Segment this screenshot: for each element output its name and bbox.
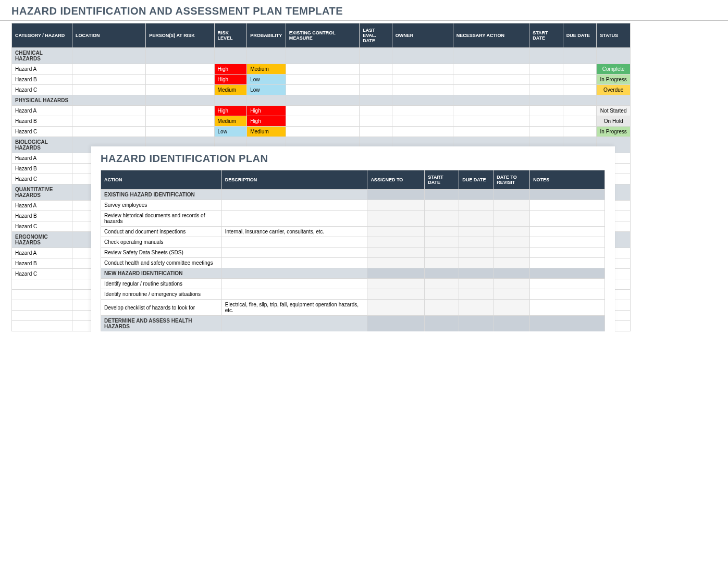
- cell[interactable]: [367, 237, 425, 248]
- cell[interactable]: Low: [214, 127, 247, 137]
- cell[interactable]: ERGONOMIC HAZARDS: [12, 232, 72, 248]
- cell[interactable]: [530, 248, 605, 258]
- cell[interactable]: Hazard C: [12, 221, 72, 232]
- cell[interactable]: High: [247, 116, 286, 127]
- cell[interactable]: Hazard A: [12, 201, 72, 211]
- cell[interactable]: [360, 95, 392, 106]
- cell[interactable]: [529, 75, 563, 85]
- cell[interactable]: [12, 300, 72, 311]
- cell[interactable]: Hazard A: [12, 64, 72, 75]
- cell[interactable]: [563, 64, 597, 75]
- cell[interactable]: [72, 85, 146, 95]
- cell[interactable]: [286, 116, 359, 127]
- cell[interactable]: [459, 268, 493, 279]
- cell[interactable]: [286, 85, 359, 95]
- cell[interactable]: [563, 48, 597, 64]
- cell[interactable]: [146, 75, 214, 85]
- cell[interactable]: [221, 289, 367, 300]
- cell[interactable]: [453, 85, 529, 95]
- cell[interactable]: [367, 300, 425, 316]
- cell[interactable]: [453, 48, 529, 64]
- cell[interactable]: [597, 48, 631, 64]
- cell[interactable]: [367, 279, 425, 289]
- cell[interactable]: [425, 268, 459, 279]
- cell[interactable]: [12, 279, 72, 290]
- cell[interactable]: [367, 316, 425, 332]
- cell[interactable]: [72, 48, 146, 64]
- cell[interactable]: [529, 64, 563, 75]
- cell[interactable]: Hazard B: [12, 116, 72, 127]
- cell[interactable]: High: [214, 106, 247, 116]
- cell[interactable]: CHEMICAL HAZARDS: [12, 48, 72, 64]
- cell[interactable]: QUANTITATIVE HAZARDS: [12, 184, 72, 201]
- cell[interactable]: [530, 237, 605, 248]
- cell[interactable]: [425, 279, 459, 289]
- cell[interactable]: [493, 211, 530, 227]
- cell[interactable]: Internal, insurance carrier, consultants…: [221, 227, 367, 237]
- cell[interactable]: [453, 75, 529, 85]
- cell[interactable]: [146, 85, 214, 95]
- cell[interactable]: [72, 116, 146, 127]
- cell[interactable]: [493, 237, 530, 248]
- cell[interactable]: Low: [247, 85, 286, 95]
- cell[interactable]: [530, 200, 605, 211]
- cell[interactable]: Hazard C: [12, 85, 72, 95]
- cell[interactable]: Review Safety Data Sheets (SDS): [101, 248, 222, 258]
- cell[interactable]: [453, 64, 529, 75]
- cell[interactable]: Low: [247, 75, 286, 85]
- cell[interactable]: [392, 116, 453, 127]
- cell[interactable]: Hazard C: [12, 269, 72, 279]
- cell[interactable]: [453, 116, 529, 127]
- cell[interactable]: Complete: [597, 64, 631, 75]
- cell[interactable]: Hazard C: [12, 127, 72, 137]
- cell[interactable]: Hazard B: [12, 211, 72, 221]
- cell[interactable]: [425, 200, 459, 211]
- cell[interactable]: Check operating manuals: [101, 237, 222, 248]
- cell[interactable]: [425, 227, 459, 237]
- cell[interactable]: [563, 116, 597, 127]
- cell[interactable]: Hazard A: [12, 248, 72, 258]
- cell[interactable]: Hazard A: [12, 153, 72, 164]
- cell[interactable]: Medium: [247, 127, 286, 137]
- cell[interactable]: [493, 300, 530, 316]
- cell[interactable]: Not Started: [597, 106, 631, 116]
- cell[interactable]: [563, 127, 597, 137]
- cell[interactable]: High: [214, 64, 247, 75]
- cell[interactable]: [530, 279, 605, 289]
- cell[interactable]: Conduct health and safety committee meet…: [101, 258, 222, 268]
- cell[interactable]: BIOLOGICAL HAZARDS: [12, 137, 72, 153]
- cell[interactable]: [72, 64, 146, 75]
- cell[interactable]: [392, 95, 453, 106]
- cell[interactable]: [563, 85, 597, 95]
- cell[interactable]: DETERMINE AND ASSESS HEALTH HAZARDS: [101, 316, 222, 332]
- cell[interactable]: [72, 106, 146, 116]
- cell[interactable]: [530, 316, 605, 332]
- cell[interactable]: [425, 248, 459, 258]
- cell[interactable]: [425, 258, 459, 268]
- cell[interactable]: [459, 190, 493, 200]
- cell[interactable]: On Hold: [597, 116, 631, 127]
- cell[interactable]: [392, 48, 453, 64]
- cell[interactable]: [360, 75, 392, 85]
- cell[interactable]: [493, 258, 530, 268]
- cell[interactable]: [221, 200, 367, 211]
- cell[interactable]: [360, 48, 392, 64]
- cell[interactable]: [146, 106, 214, 116]
- cell[interactable]: [286, 127, 359, 137]
- cell[interactable]: [221, 211, 367, 227]
- cell[interactable]: Overdue: [597, 85, 631, 95]
- cell[interactable]: [459, 200, 493, 211]
- cell[interactable]: [529, 116, 563, 127]
- cell[interactable]: [493, 289, 530, 300]
- cell[interactable]: [367, 227, 425, 237]
- cell[interactable]: [221, 268, 367, 279]
- cell[interactable]: [493, 268, 530, 279]
- cell[interactable]: Identify nonroutine / emergency situatio…: [101, 289, 222, 300]
- cell[interactable]: [493, 316, 530, 332]
- cell[interactable]: [425, 316, 459, 332]
- cell[interactable]: [563, 75, 597, 85]
- cell[interactable]: [453, 127, 529, 137]
- cell[interactable]: [221, 237, 367, 248]
- cell[interactable]: [286, 106, 359, 116]
- cell[interactable]: [214, 95, 247, 106]
